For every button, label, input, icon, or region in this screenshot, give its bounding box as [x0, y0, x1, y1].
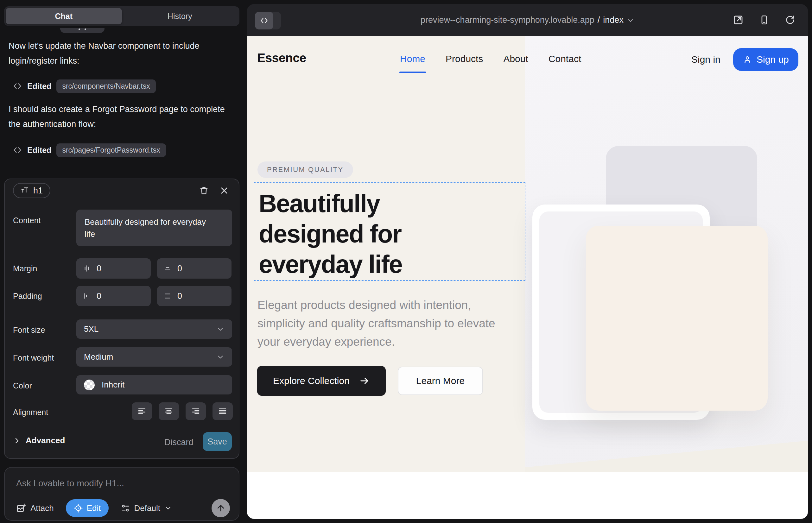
scrolled-element-fragment [60, 28, 105, 33]
chevron-down-icon [164, 504, 172, 512]
h1-selection-outline[interactable]: Beautifully designed for everyday life [254, 182, 525, 281]
code-icon [13, 145, 22, 155]
color-label: Color [13, 381, 32, 390]
tab-history[interactable]: History [122, 8, 238, 24]
url-separator: / [598, 15, 600, 25]
close-icon [220, 186, 229, 195]
nav-link-products[interactable]: Products [446, 54, 483, 64]
discard-button[interactable]: Discard [164, 437, 194, 447]
site-navbar: Essence Home Products About Contact Sign… [247, 36, 808, 86]
arrow-up-icon [216, 503, 226, 513]
open-external-button[interactable] [732, 14, 744, 26]
composer-input[interactable] [16, 476, 222, 491]
hero-card-cream [586, 226, 768, 411]
font-size-label: Font size [13, 325, 45, 335]
chat-message: I should also create a Forgot Password p… [8, 102, 230, 132]
margin-vertical-icon [163, 264, 172, 273]
content-label: Content [13, 216, 41, 225]
preview-toolbar: preview--charming-site-symphony.lovable.… [247, 4, 808, 36]
file-chip[interactable]: src/components/Navbar.tsx [56, 79, 156, 93]
attach-button[interactable]: Attach [16, 503, 54, 513]
trash-icon [199, 186, 209, 195]
sign-in-link[interactable]: Sign in [691, 54, 721, 65]
edited-file-row[interactable]: Edited src/components/Navbar.tsx [13, 79, 156, 93]
delete-element-button[interactable] [197, 184, 211, 198]
premium-quality-badge: PREMIUM QUALITY [258, 161, 353, 178]
explore-collection-button[interactable]: Explore Collection [257, 366, 386, 396]
user-icon [743, 55, 752, 64]
nav-link-about[interactable]: About [503, 54, 528, 64]
font-weight-label: Font weight [13, 353, 54, 362]
tag-name: h1 [33, 186, 43, 196]
preview-site: Essence Home Products About Contact Sign… [247, 36, 808, 519]
chat-composer: Attach Edit Default [4, 467, 240, 521]
chevron-down-icon [216, 325, 225, 333]
content-input[interactable]: Beautifully designed for everyday life [76, 210, 232, 246]
refresh-button[interactable] [784, 14, 796, 26]
chevron-right-icon [13, 437, 21, 445]
close-editor-button[interactable] [217, 184, 231, 198]
align-justify-icon [218, 407, 227, 416]
sign-up-button[interactable]: Sign up [733, 48, 798, 71]
font-size-select[interactable]: 5XL [76, 320, 232, 339]
type-icon [21, 186, 29, 195]
send-button[interactable] [212, 499, 230, 517]
align-justify-button[interactable] [212, 402, 233, 420]
margin-vertical-input[interactable]: 0 [157, 258, 231, 278]
model-mode-select[interactable]: Default [121, 503, 172, 513]
url-page: index [603, 15, 623, 25]
edit-mode-button[interactable]: Edit [66, 499, 109, 517]
edited-label: Edited [27, 82, 51, 91]
sliders-icon [121, 503, 130, 513]
save-button[interactable]: Save [203, 432, 232, 451]
color-swatch [84, 380, 95, 390]
hero-heading: Beautifully designed for everyday life [259, 188, 402, 279]
chevron-down-icon [627, 17, 634, 24]
element-editor-panel: h1 Content Beautifully designed for ever… [4, 179, 240, 459]
padding-horizontal-icon [83, 292, 91, 300]
preview-browser-frame: preview--charming-site-symphony.lovable.… [247, 4, 808, 519]
margin-horizontal-input[interactable]: 0 [76, 258, 151, 278]
edited-label: Edited [27, 146, 51, 155]
padding-vertical-input[interactable]: 0 [157, 286, 231, 306]
chat-message: Now let's update the Navbar component to… [8, 39, 230, 68]
attach-icon [16, 503, 26, 513]
align-right-icon [191, 407, 200, 416]
mobile-icon [759, 15, 770, 25]
align-left-button[interactable] [132, 402, 152, 420]
target-icon [73, 503, 83, 513]
lovable-side-panel: Chat History Now let's update the Navbar… [0, 0, 247, 523]
alignment-label: Alignment [13, 408, 48, 417]
site-logo[interactable]: Essence [257, 51, 306, 65]
padding-label: Padding [13, 292, 42, 301]
url-host: preview--charming-site-symphony.lovable.… [421, 15, 595, 25]
mobile-view-button[interactable] [758, 14, 771, 26]
color-select[interactable]: Inherit [76, 375, 232, 395]
margin-label: Margin [13, 264, 37, 273]
arrow-right-icon [359, 376, 370, 386]
align-right-button[interactable] [186, 402, 206, 420]
nav-link-home[interactable]: Home [400, 54, 425, 64]
learn-more-button[interactable]: Learn More [398, 366, 483, 395]
padding-vertical-icon [163, 292, 172, 300]
font-weight-select[interactable]: Medium [76, 347, 232, 366]
margin-horizontal-icon [83, 264, 91, 273]
padding-horizontal-input[interactable]: 0 [76, 286, 151, 306]
align-center-button[interactable] [159, 402, 179, 420]
code-icon [13, 82, 22, 91]
file-chip[interactable]: src/pages/ForgotPassword.tsx [56, 143, 166, 157]
advanced-toggle[interactable]: Advanced [13, 436, 65, 446]
hero-paragraph: Elegant products designed with intention… [258, 296, 520, 351]
edited-file-row[interactable]: Edited src/pages/ForgotPassword.tsx [13, 143, 166, 157]
selected-element-tag[interactable]: h1 [13, 183, 50, 198]
chat-history-tabbar: Chat History [4, 6, 240, 26]
nav-link-contact[interactable]: Contact [548, 54, 581, 64]
refresh-icon [785, 15, 796, 25]
external-link-icon [732, 14, 744, 26]
tab-chat[interactable]: Chat [6, 8, 122, 24]
align-center-icon [164, 407, 174, 416]
url-bar[interactable]: preview--charming-site-symphony.lovable.… [247, 4, 808, 36]
chevron-down-icon [216, 353, 225, 361]
align-left-icon [137, 407, 147, 416]
